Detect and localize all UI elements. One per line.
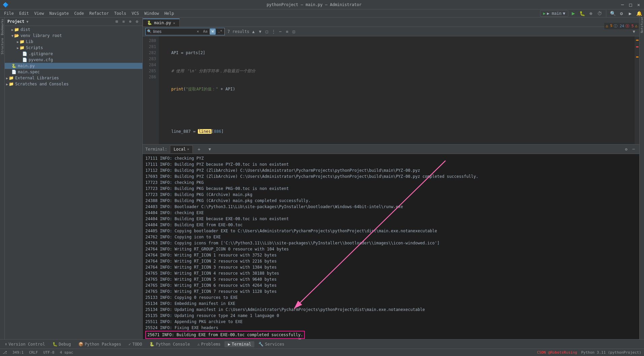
tree-item-main-spec[interactable]: 📄 main.spec (5, 69, 142, 75)
run-config-dropdown[interactable]: ▶ ▶ main ▼ (540, 10, 568, 17)
search-match-context[interactable]: ≡ (284, 29, 290, 34)
editor-tabs: 🐍 main.py ✕ (143, 17, 639, 27)
sidebar-settings-btn[interactable]: ⚙ (134, 19, 140, 24)
cursor-position[interactable]: 349:1 (12, 350, 24, 355)
terminal-panel-btn[interactable]: ▶ Terminal (224, 341, 254, 347)
menu-tools[interactable]: Tools (111, 10, 129, 16)
todo-label: TODO (132, 342, 142, 347)
menu-navigate[interactable]: Navigate (47, 10, 72, 16)
notifications-button[interactable]: 🔔 (635, 10, 643, 17)
debug-panel-btn[interactable]: 🐛 Debug (49, 341, 74, 347)
coverage-button[interactable]: ⊕ (587, 10, 595, 17)
term-line-8: 24388 INFO: Building PKG (CArchive) main… (145, 198, 637, 204)
structure-label: Structure (0, 37, 4, 56)
terminal-area[interactable]: 17111 INFO: checking PYZ 17111 INFO: Bui… (143, 154, 639, 339)
app-icon: 🔷 (3, 2, 8, 7)
folder-icon-lib: 📁 (20, 39, 25, 44)
bottom-panel: Terminal: Local ✕ + ▼ ⚙ ─ 17111 INFO: ch… (143, 144, 639, 339)
add-terminal-button[interactable]: + (194, 145, 204, 153)
menu-help[interactable]: Help (162, 10, 177, 16)
project-dropdown-arrow[interactable]: ▼ (27, 20, 29, 24)
menu-code[interactable]: Code (72, 10, 87, 16)
local-tab-label: Local (174, 147, 186, 152)
code-content[interactable]: API = parts[2] # 使用 '\n' 分割字符串，并取最后一个部分 … (159, 36, 635, 144)
menu-view[interactable]: View (32, 10, 47, 16)
menu-edit[interactable]: Edit (16, 10, 32, 16)
title-bar-left: 🔷 (3, 2, 8, 7)
local-tab-close[interactable]: ✕ (187, 147, 189, 151)
tree-label-dist: dist (21, 27, 30, 32)
git-status[interactable]: ⎇ (3, 350, 7, 355)
clear-search-button[interactable]: ✕ (195, 29, 201, 35)
debug-button[interactable]: 🐛 (578, 10, 586, 17)
status-bar: ⎇ 349:1 CRLF UTF-8 4 spac CSDN @RobotsRu… (0, 349, 644, 356)
debug-icon: 🐛 (52, 342, 58, 347)
search-prev-button[interactable]: ▲ (251, 29, 256, 34)
tree-item-external-libs[interactable]: ▶ 📁 External Libraries (5, 75, 142, 81)
more-button[interactable]: ▶ (627, 10, 634, 17)
term-line-13: 24405 INFO: Copying bootloader EXE to C:… (145, 228, 637, 234)
terminal-dropdown-button[interactable]: ▼ (205, 146, 214, 153)
terminal-local-tab[interactable]: Local ✕ (170, 145, 193, 153)
term-line-6: 17723 INFO: Building PKG because PKG-00.… (145, 186, 637, 192)
menu-file[interactable]: File (1, 10, 16, 16)
search-close-button[interactable]: ▼ (631, 29, 637, 34)
search-everywhere-button[interactable]: 🔍 (609, 10, 616, 17)
search-more-options[interactable]: ⋯ (278, 29, 283, 34)
services-btn[interactable]: 🔧 Services (255, 341, 288, 347)
todo-icon: ✓ (129, 342, 131, 347)
menu-window[interactable]: Window (142, 10, 162, 16)
line-num-282: 282 (145, 50, 156, 56)
run-button[interactable]: ▶ (570, 10, 577, 17)
terminal-minimize-btn[interactable]: ─ (631, 146, 637, 152)
regex-button[interactable]: .* (217, 29, 223, 35)
term-line-27: 25135 INFO: Updating resource type 24 na… (145, 313, 637, 319)
profile-button[interactable]: ⏱ (596, 10, 603, 17)
sidebar-controls: ⊞ ≡ ⊕ ⚙ (114, 19, 140, 24)
version-control-btn[interactable]: ⬆ Version Control (1, 341, 48, 347)
term-line-1: 17111 INFO: checking PYZ (145, 155, 637, 161)
tree-item-gitignore[interactable]: 📄 .gitignore (5, 51, 142, 57)
close-button[interactable]: ✕ (636, 2, 641, 7)
tree-item-scratches[interactable]: ▶ 📁 Scratches and Consoles (5, 81, 142, 87)
tree-item-pyvenv[interactable]: 📄 pyvenv.cfg (5, 57, 142, 63)
sidebar: Project ▼ ⊞ ≡ ⊕ ⚙ ▶ 📁 dist ▼ 📂 (5, 17, 143, 339)
maximize-button[interactable]: □ (628, 2, 633, 7)
search-next-button[interactable]: ▼ (257, 29, 263, 34)
tree-item-lib[interactable]: ▶ 📁 Lib (5, 39, 142, 45)
sidebar-expand-btn[interactable]: ⊕ (128, 19, 133, 24)
tree-item-dist[interactable]: ▶ 📁 dist (5, 27, 142, 33)
menu-refactor[interactable]: Refactor (86, 10, 111, 16)
menu-vcs[interactable]: VCS (129, 10, 142, 16)
tree-label-gitignore: .gitignore (29, 51, 53, 56)
match-case-button[interactable]: Aa (202, 29, 208, 35)
sidebar-scope-btn[interactable]: ⊞ (114, 19, 119, 24)
notifications-vert-btn[interactable]: Notifications (640, 19, 644, 24)
term-line-7: 17723 INFO: Building PKG (CArchive) main… (145, 192, 637, 198)
python-packages-btn[interactable]: 📦 Python Packages (75, 341, 124, 347)
minimize-button[interactable]: ─ (620, 2, 625, 7)
tree-item-venv[interactable]: ▼ 📂 venv library root (5, 33, 142, 39)
editor-tab-main-py[interactable]: 🐍 main.py ✕ (143, 18, 180, 27)
search-in-selection[interactable]: ◫ (291, 29, 296, 34)
sidebar-sort-btn[interactable]: ≡ (121, 19, 126, 24)
line-num-280: 280 (145, 38, 156, 44)
term-line-31: (venv) PS C:\Users\Administrator\Pycharm… (145, 339, 637, 339)
python-console-btn[interactable]: 🐍 Python Console (146, 341, 193, 347)
terminal-settings-btn[interactable]: ⚙ (623, 146, 629, 152)
indent-spaces[interactable]: 4 spac (60, 350, 73, 355)
search-input[interactable] (153, 29, 193, 34)
settings-button[interactable]: ⚙ (618, 10, 625, 17)
search-filter-button[interactable]: ⋮ (271, 29, 276, 34)
tree-item-scripts[interactable]: ▶ 📁 Scripts (5, 45, 142, 51)
tree-item-main-py[interactable]: 🐍 main.py (5, 63, 142, 69)
whole-word-button[interactable]: W (210, 29, 216, 35)
search-expand-button[interactable]: □ (264, 29, 270, 34)
folder-icon-dist: 📁 (14, 27, 19, 32)
encoding[interactable]: UTF-8 (43, 350, 55, 355)
python-version[interactable]: Python 3.11 (pythonProject) (581, 350, 641, 355)
problems-btn[interactable]: ⚠ Problems (194, 341, 224, 347)
tab-close-main-py[interactable]: ✕ (173, 21, 175, 25)
line-endings[interactable]: CRLF (29, 350, 38, 355)
todo-btn[interactable]: ✓ TODO (125, 341, 145, 347)
